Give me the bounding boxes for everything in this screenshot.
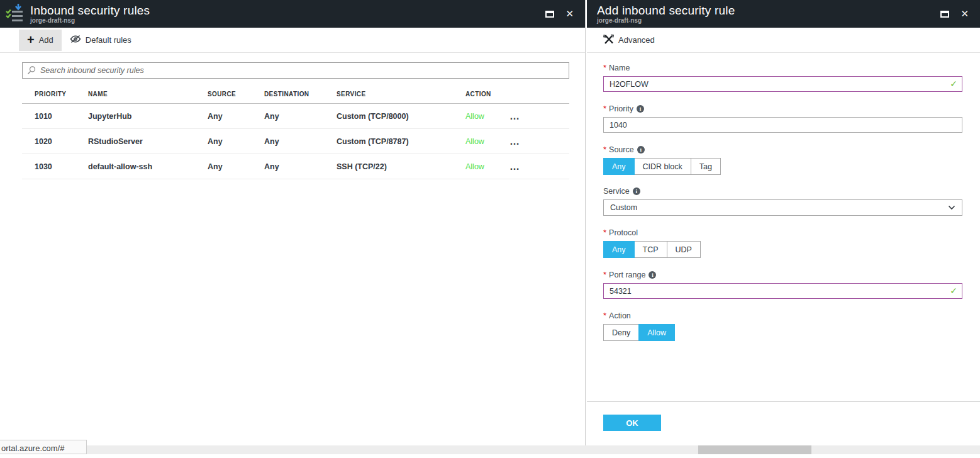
source-label: * Source i [603,145,962,154]
cell-priority: 1010 [35,112,88,121]
maximize-icon[interactable] [545,11,554,18]
chevron-down-icon [948,203,955,212]
rules-table: PRIORITY NAME SOURCE DESTINATION SERVICE… [22,85,569,179]
priority-label: * Priority i [603,104,962,113]
source-option-cidr-block[interactable]: CIDR block [634,158,691,175]
right-toolbar: Advanced [587,28,980,53]
service-select[interactable]: Custom [603,199,962,216]
table-header-row: PRIORITY NAME SOURCE DESTINATION SERVICE… [22,85,569,104]
protocol-option-udp[interactable]: UDP [667,241,701,258]
source-option-tag[interactable]: Tag [691,158,721,175]
table-row[interactable]: 1030 default-allow-ssh Any Any SSH (TCP/… [22,154,569,179]
form-footer: OK [587,401,980,445]
search-icon [26,65,36,78]
inbound-security-rules-blade: Inbound security rules jorge-draft-nsg ✕… [0,0,586,445]
protocol-label: * Protocol [603,228,962,237]
add-inbound-rule-blade: Add inbound security rule jorge-draft-ns… [587,0,980,445]
priority-field-group: * Priority i [603,104,962,133]
source-option-any[interactable]: Any [603,158,635,175]
search-input[interactable] [22,62,569,79]
advanced-label: Advanced [618,35,655,45]
protocol-option-any[interactable]: Any [603,241,635,258]
required-marker: * [603,270,606,279]
right-blade-subtitle: jorge-draft-nsg [597,17,735,25]
port-range-label: * Port range i [603,270,962,279]
add-button[interactable]: + Add [19,30,62,51]
cell-priority: 1020 [35,137,88,146]
name-input[interactable] [603,76,962,92]
default-rules-button[interactable]: Default rules [62,30,140,51]
tools-icon [603,34,614,47]
left-blade-header: Inbound security rules jorge-draft-nsg ✕ [0,0,585,28]
info-icon[interactable]: i [637,146,645,154]
cell-source: Any [208,137,264,146]
horizontal-scrollbar[interactable] [0,445,980,454]
add-rule-form: * Name ✓ * Priority i * Source i [587,53,980,341]
valid-check-icon: ✓ [950,79,957,89]
left-toolbar: + Add Default rules [0,28,585,53]
name-label: * Name [603,63,962,72]
cell-action: Allow [465,137,509,146]
col-destination: DESTINATION [264,91,337,98]
plus-icon: + [27,34,35,45]
service-field-group: Service i Custom [603,187,962,216]
col-service: SERVICE [337,91,465,98]
cell-name: JupyterHub [88,112,208,121]
col-name: NAME [88,91,208,98]
protocol-toggle: Any TCP UDP [603,241,701,258]
cell-action: Allow [465,162,509,171]
browser-status-text: ortal.azure.com/# [0,440,87,454]
service-selected-value: Custom [610,203,637,212]
maximize-icon[interactable] [940,11,949,18]
info-icon[interactable]: i [649,271,656,279]
source-field-group: * Source i Any CIDR block Tag [603,145,962,175]
action-label: * Action [603,311,962,320]
more-options-icon[interactable]: … [509,114,557,119]
ok-button[interactable]: OK [603,415,661,431]
col-priority: PRIORITY [35,91,88,98]
table-row[interactable]: 1020 RStudioServer Any Any Custom (TCP/8… [22,129,569,154]
required-marker: * [603,145,606,154]
default-rules-label: Default rules [86,35,131,45]
port-range-input[interactable] [603,283,962,299]
nsg-rules-icon [5,3,25,25]
action-option-allow[interactable]: Allow [638,324,675,341]
priority-input[interactable] [603,117,962,133]
right-blade-header: Add inbound security rule jorge-draft-ns… [587,0,980,28]
table-row[interactable]: 1010 JupyterHub Any Any Custom (TCP/8000… [22,104,569,129]
action-option-deny[interactable]: Deny [603,324,639,341]
port-range-field-group: * Port range i ✓ [603,270,962,299]
action-toggle: Deny Allow [603,324,675,341]
valid-check-icon: ✓ [950,286,957,296]
action-field-group: * Action Deny Allow [603,311,962,341]
required-marker: * [603,228,606,237]
cell-source: Any [208,162,264,171]
col-action: ACTION [465,91,509,98]
required-marker: * [603,311,606,320]
close-icon[interactable]: ✕ [961,9,969,18]
info-icon[interactable]: i [633,187,640,195]
cell-service: SSH (TCP/22) [337,162,465,171]
info-icon[interactable]: i [637,105,644,113]
name-field-group: * Name ✓ [603,63,962,92]
close-icon[interactable]: ✕ [565,9,574,18]
source-toggle: Any CIDR block Tag [603,158,721,175]
cell-action: Allow [465,112,509,121]
right-blade-title: Add inbound security rule [597,4,735,17]
horizontal-scrollbar-thumb[interactable] [698,445,811,454]
cell-destination: Any [264,112,337,121]
more-options-icon[interactable]: … [509,164,557,169]
protocol-field-group: * Protocol Any TCP UDP [603,228,962,258]
cell-source: Any [208,112,264,121]
advanced-button[interactable]: Advanced [603,30,663,51]
add-button-label: Add [39,35,53,45]
cell-destination: Any [264,137,337,146]
protocol-option-tcp[interactable]: TCP [634,241,667,258]
cell-service: Custom (TCP/8000) [337,112,465,121]
left-blade-title: Inbound security rules [30,4,150,17]
more-options-icon[interactable]: … [509,139,557,144]
service-label: Service i [603,187,962,196]
eye-slash-icon [70,35,81,45]
required-marker: * [603,104,606,113]
cell-priority: 1030 [35,162,88,171]
